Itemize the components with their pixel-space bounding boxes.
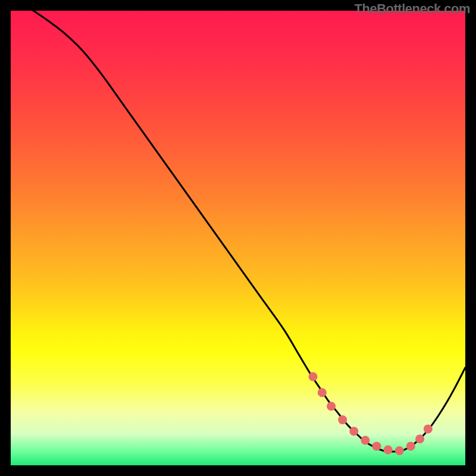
marker-dot [318, 388, 327, 397]
marker-dot [424, 424, 433, 433]
marker-dot [415, 434, 424, 443]
watermark-text: TheBottleneck.com [355, 1, 470, 17]
marker-dot [361, 436, 369, 444]
marker-dot [349, 427, 358, 436]
marker-dot [384, 446, 393, 455]
gradient-background [11, 11, 465, 465]
chart-frame [11, 11, 465, 465]
marker-dot [395, 446, 404, 455]
bottleneck-chart [11, 11, 465, 465]
marker-dot [372, 441, 381, 450]
marker-dot [327, 402, 336, 411]
marker-dot [406, 441, 415, 450]
marker-dot [309, 372, 318, 381]
marker-dot [338, 415, 347, 424]
